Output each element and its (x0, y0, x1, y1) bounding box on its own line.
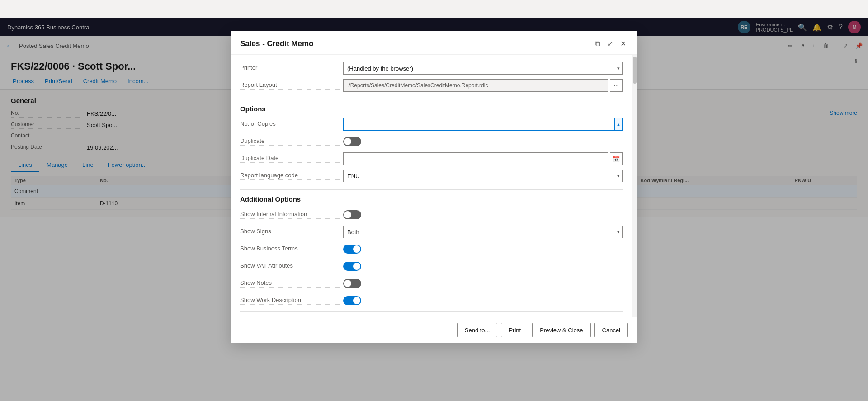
copies-input[interactable] (343, 118, 614, 131)
modal-header-icons: ⧉ ⤢ ✕ (593, 38, 628, 49)
language-select-wrapper: ENU ▾ (343, 170, 623, 182)
internal-info-label: Show Internal Information (240, 211, 340, 219)
printer-field-group: Printer (Handled by the browser) ▾ (240, 62, 623, 75)
copies-field-group: No. of Copies ▲ (240, 118, 623, 131)
report-layout-group: Report Layout ··· (240, 79, 623, 92)
modal-footer: Send to... Print Preview & Close Cancel (231, 317, 637, 343)
printer-select-wrapper: (Handled by the browser) ▾ (343, 62, 623, 75)
duplicate-date-group: Duplicate Date 📅 (240, 152, 623, 165)
modal-body: Printer (Handled by the browser) ▾ Repor… (231, 55, 632, 317)
business-terms-toggle[interactable] (343, 245, 361, 254)
internal-info-group: Show Internal Information (240, 208, 623, 221)
vat-attributes-group: Show VAT Attributes (240, 260, 623, 273)
show-signs-label: Show Signs (240, 228, 340, 236)
report-layout-wrapper: ··· (343, 79, 623, 92)
show-notes-label: Show Notes (240, 279, 340, 288)
work-description-toggle[interactable] (343, 296, 361, 305)
show-notes-toggle[interactable] (343, 279, 361, 288)
filter-section: Filter: Posted Sales Credit Memo ▾ (240, 311, 623, 317)
modal-scrollbar[interactable] (632, 55, 637, 317)
restore-icon[interactable]: ⧉ (593, 39, 602, 49)
duplicate-label: Duplicate (240, 137, 340, 146)
scrollbar-thumb[interactable] (633, 57, 637, 84)
duplicate-date-label: Duplicate Date (240, 155, 340, 163)
duplicate-date-calendar-button[interactable]: 📅 (610, 152, 623, 165)
cancel-button[interactable]: Cancel (594, 323, 628, 337)
report-layout-browse-button[interactable]: ··· (610, 79, 623, 92)
duplicate-date-input[interactable] (343, 152, 608, 165)
printer-label: Printer (240, 64, 340, 72)
copies-label: No. of Copies (240, 120, 340, 128)
modal-dialog: Sales - Credit Memo ⧉ ⤢ ✕ Printer (Handl… (231, 31, 637, 343)
show-signs-group: Show Signs Both ▾ (240, 226, 623, 238)
preview-close-button[interactable]: Preview & Close (532, 323, 590, 337)
options-divider (240, 99, 623, 99)
show-signs-select[interactable]: Both (343, 226, 623, 238)
additional-options-heading: Additional Options (240, 195, 623, 203)
duplicate-toggle[interactable] (343, 137, 361, 146)
printer-select[interactable]: (Handled by the browser) (343, 62, 623, 75)
work-description-label: Show Work Description (240, 297, 340, 305)
options-heading: Options (240, 105, 623, 113)
print-button[interactable]: Print (501, 323, 528, 337)
language-field-group: Report language code ENU ▾ (240, 170, 623, 182)
spinner-up-button[interactable]: ▲ (614, 118, 623, 131)
additional-options-divider (240, 189, 623, 190)
duplicate-field-group: Duplicate (240, 135, 623, 148)
vat-attributes-label: Show VAT Attributes (240, 262, 340, 270)
show-signs-select-wrapper: Both ▾ (343, 226, 623, 238)
vat-attributes-toggle[interactable] (343, 262, 361, 271)
work-description-group: Show Work Description (240, 294, 623, 307)
language-label: Report language code (240, 172, 340, 180)
report-layout-input[interactable] (343, 79, 608, 92)
expand-icon[interactable]: ⤢ (605, 38, 615, 49)
show-notes-group: Show Notes (240, 277, 623, 290)
business-terms-group: Show Business Terms (240, 243, 623, 255)
language-select[interactable]: ENU (343, 170, 623, 182)
business-terms-label: Show Business Terms (240, 245, 340, 253)
modal-title: Sales - Credit Memo (240, 39, 593, 48)
internal-info-toggle[interactable] (343, 210, 361, 219)
spinner-wrapper: ▲ (343, 118, 623, 131)
modal-header: Sales - Credit Memo ⧉ ⤢ ✕ (231, 31, 637, 55)
report-layout-label: Report Layout (240, 81, 340, 90)
close-icon[interactable]: ✕ (618, 38, 628, 49)
send-to-button[interactable]: Send to... (457, 323, 498, 337)
